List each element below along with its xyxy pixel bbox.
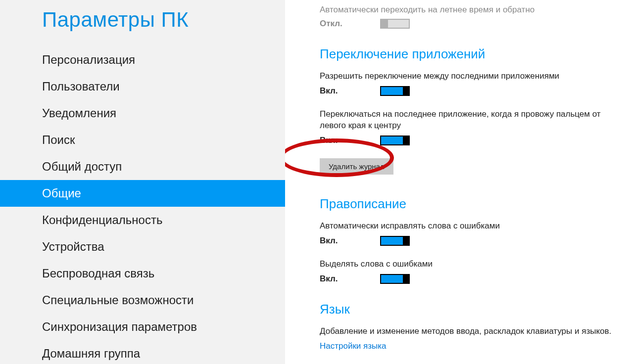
language-desc: Добавление и изменение методов ввода, ра… xyxy=(320,326,612,337)
app-switch-toggle1[interactable] xyxy=(380,86,410,96)
sidebar: Параметры ПК Персонализация Пользователи… xyxy=(0,0,285,364)
app-switch-title: Переключение приложений xyxy=(320,46,612,62)
app-switch-desc2: Переключаться на последнее приложение, к… xyxy=(320,109,612,132)
sidebar-item-privacy[interactable]: Конфиденциальность xyxy=(0,207,285,233)
app-switch-setting2: Переключаться на последнее приложение, к… xyxy=(320,109,612,145)
app-switch-toggle2[interactable] xyxy=(380,136,410,145)
toggle-knob xyxy=(403,274,410,284)
spelling-desc2: Выделять слова с ошибками xyxy=(320,259,612,270)
app-root: Параметры ПК Персонализация Пользователи… xyxy=(0,0,632,364)
spelling-row1: Вкл. xyxy=(320,236,612,246)
toggle-knob xyxy=(403,86,410,96)
app-switch-setting1: Разрешить переключение между последними … xyxy=(320,71,612,96)
toggle-knob xyxy=(403,236,410,246)
language-group: Язык Добавление и изменение методов ввод… xyxy=(320,302,612,351)
app-switch-desc1: Разрешить переключение между последними … xyxy=(320,71,612,82)
spelling-state1: Вкл. xyxy=(320,236,380,246)
sidebar-item-general[interactable]: Общие xyxy=(0,180,285,207)
app-switch-state2: Вкл. xyxy=(320,136,380,145)
dst-desc: Автоматически переходить на летнее время… xyxy=(320,5,612,15)
sidebar-item-devices[interactable]: Устройства xyxy=(0,233,285,260)
app-switch-state1: Вкл. xyxy=(320,86,380,96)
spelling-toggle1[interactable] xyxy=(380,236,410,246)
sidebar-item-personalization[interactable]: Персонализация xyxy=(0,46,285,73)
language-settings-link[interactable]: Настройки языка xyxy=(320,341,612,351)
sidebar-item-users[interactable]: Пользователи xyxy=(0,73,285,100)
spelling-toggle2[interactable] xyxy=(380,274,410,284)
spelling-group: Правописание Автоматически исправлять сл… xyxy=(320,196,612,284)
app-switch-row1: Вкл. xyxy=(320,86,612,96)
sidebar-item-accessibility[interactable]: Специальные возможности xyxy=(0,287,285,314)
spelling-setting2: Выделять слова с ошибками Вкл. xyxy=(320,259,612,284)
dst-group: Автоматически переходить на летнее время… xyxy=(320,5,612,29)
app-switch-group: Переключение приложений Разрешить перекл… xyxy=(320,46,612,175)
spelling-title: Правописание xyxy=(320,196,612,212)
spelling-setting1: Автоматически исправлять слова с ошибкам… xyxy=(320,221,612,246)
spelling-state2: Вкл. xyxy=(320,274,380,284)
sidebar-item-wireless[interactable]: Беспроводная связь xyxy=(0,260,285,287)
sidebar-item-share[interactable]: Общий доступ xyxy=(0,153,285,180)
dst-row: Откл. xyxy=(320,19,612,29)
language-title: Язык xyxy=(320,302,612,317)
app-switch-row2: Вкл. xyxy=(320,136,612,145)
dst-state-label: Откл. xyxy=(320,19,380,29)
sidebar-item-notifications[interactable]: Уведомления xyxy=(0,100,285,127)
content-panel: Автоматически переходить на летнее время… xyxy=(285,0,632,364)
toggle-knob xyxy=(381,20,388,28)
dst-toggle[interactable] xyxy=(380,19,410,29)
spelling-desc1: Автоматически исправлять слова с ошибкам… xyxy=(320,221,612,232)
spelling-row2: Вкл. xyxy=(320,274,612,284)
page-title: Параметры ПК xyxy=(42,8,285,32)
sidebar-item-sync[interactable]: Синхронизация параметров xyxy=(0,314,285,340)
sidebar-item-homegroup[interactable]: Домашняя группа xyxy=(0,340,285,364)
sidebar-item-search[interactable]: Поиск xyxy=(0,127,285,153)
delete-history-button[interactable]: Удалить журнал xyxy=(320,158,393,175)
toggle-knob xyxy=(403,136,410,145)
